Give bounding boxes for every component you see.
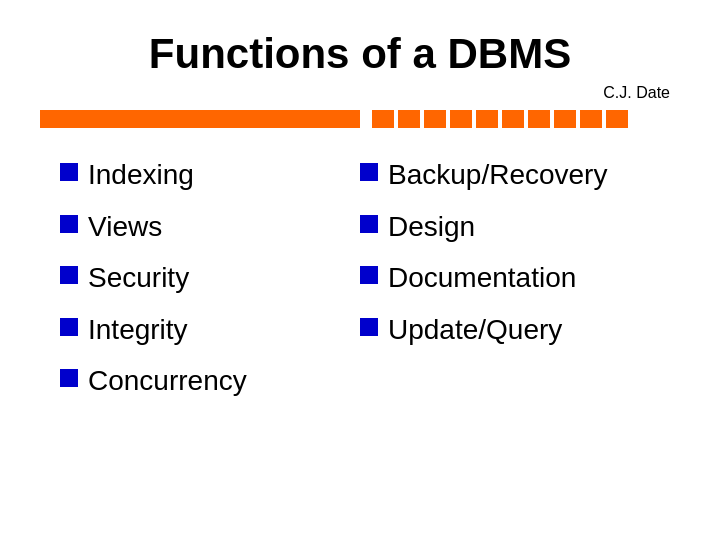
left-column: Indexing Views Security Integrity Concur… <box>60 158 360 416</box>
bullet-icon <box>60 163 78 181</box>
bullet-icon <box>60 266 78 284</box>
list-item-security: Security <box>60 261 360 295</box>
bullet-icon <box>60 369 78 387</box>
bar-seg-1 <box>372 110 394 128</box>
list-item: Design <box>360 210 660 244</box>
list-item: Update/Query <box>360 313 660 347</box>
bullet-icon <box>360 266 378 284</box>
bullet-icon <box>360 215 378 233</box>
item-text: Indexing <box>88 158 194 192</box>
list-item-integrity: Integrity <box>60 313 360 347</box>
item-text: Backup/Recovery <box>388 158 607 192</box>
item-text: Views <box>88 210 162 244</box>
list-item: Backup/Recovery <box>360 158 660 192</box>
bullet-icon <box>60 215 78 233</box>
bar-seg-2 <box>398 110 420 128</box>
item-text-integrity: Integrity <box>88 313 188 347</box>
bar-seg-9 <box>580 110 602 128</box>
slide: Functions of a DBMS C.J. Date Indexing <box>0 0 720 540</box>
slide-title: Functions of a DBMS <box>40 30 680 78</box>
bar-seg-6 <box>502 110 524 128</box>
item-text: Documentation <box>388 261 576 295</box>
bullet-icon <box>360 163 378 181</box>
item-text: Design <box>388 210 475 244</box>
item-text: Update/Query <box>388 313 562 347</box>
content-area: Indexing Views Security Integrity Concur… <box>40 158 680 416</box>
list-item: Indexing <box>60 158 360 192</box>
list-item: Views <box>60 210 360 244</box>
right-column: Backup/Recovery Design Documentation Upd… <box>360 158 660 416</box>
title-area: Functions of a DBMS <box>40 30 680 78</box>
bar-segments <box>372 110 628 128</box>
list-item: Documentation <box>360 261 660 295</box>
bar-seg-7 <box>528 110 550 128</box>
item-text: Concurrency <box>88 364 247 398</box>
bar-seg-4 <box>450 110 472 128</box>
bar-seg-10 <box>606 110 628 128</box>
decorative-bar <box>40 110 680 128</box>
bar-seg-3 <box>424 110 446 128</box>
bullet-icon <box>360 318 378 336</box>
bar-seg-8 <box>554 110 576 128</box>
list-item: Concurrency <box>60 364 360 398</box>
bar-solid-section <box>40 110 360 128</box>
bullet-icon <box>60 318 78 336</box>
bar-seg-5 <box>476 110 498 128</box>
attribution: C.J. Date <box>40 84 680 102</box>
item-text-security: Security <box>88 261 189 295</box>
